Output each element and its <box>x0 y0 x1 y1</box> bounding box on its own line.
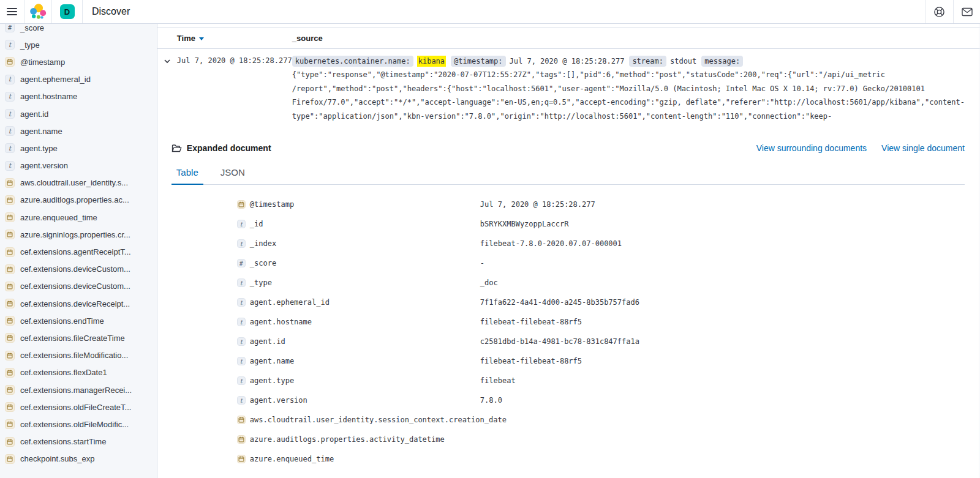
available-fields-list: #_scoret_type@timestamptagent.ephemeral_… <box>0 24 157 468</box>
sidebar-field-azure.signinlogs.properties.cr...[interactable]: azure.signinlogs.properties.cr... <box>0 226 157 243</box>
document-field-value: - <box>480 259 484 267</box>
date-type-icon <box>237 200 246 209</box>
document-field-row: t_type_doc <box>172 273 965 293</box>
document-field-name: agent.name <box>250 357 294 365</box>
help-button[interactable] <box>925 0 953 23</box>
sidebar-field-agent.id[interactable]: tagent.id <box>0 105 157 122</box>
space-avatar[interactable]: D <box>60 4 75 19</box>
document-field: tagent.version <box>237 396 480 405</box>
source-field-pair: stream:stdout <box>629 54 696 68</box>
document-field-name: agent.hostname <box>250 318 312 326</box>
sidebar-field-cef.extensions.flexDate1[interactable]: cef.extensions.flexDate1 <box>0 364 157 381</box>
sidebar-field-label: aws.cloudtrail.user_identity.s... <box>20 178 128 187</box>
sidebar-field-agent.ephemeral_id[interactable]: tagent.ephemeral_id <box>0 71 157 88</box>
sidebar-field-label: azure.signinlogs.properties.cr... <box>20 230 130 239</box>
sidebar-field-agent.type[interactable]: tagent.type <box>0 140 157 157</box>
sidebar-field-label: agent.type <box>20 144 58 153</box>
document-field: tagent.hostname <box>237 318 480 326</box>
document-field-value: bSRYKXMBWyzoppLaccrR <box>480 220 569 228</box>
elastic-logo[interactable] <box>24 0 52 23</box>
sidebar-field-agent.hostname[interactable]: tagent.hostname <box>0 88 157 105</box>
date-type-icon <box>5 351 15 360</box>
space-selector[interactable]: D <box>52 0 83 23</box>
date-type-icon <box>5 368 15 378</box>
sidebar-field-cef.extensions.managerRecei...[interactable]: cef.extensions.managerRecei... <box>0 381 157 398</box>
string-type-icon: t <box>237 376 246 385</box>
date-type-icon <box>5 212 15 222</box>
string-type-icon: t <box>5 92 15 102</box>
sidebar-field-checkpoint.subs_exp[interactable]: checkpoint.subs_exp <box>0 450 157 468</box>
string-type-icon: t <box>237 318 246 326</box>
collapse-row-chevron-icon[interactable] <box>162 56 172 66</box>
sidebar-field-label: cef.extensions.flexDate1 <box>20 368 107 377</box>
sidebar-field-_score[interactable]: #_score <box>0 24 157 36</box>
sidebar-field-cef.extensions.startTime[interactable]: cef.extensions.startTime <box>0 433 157 450</box>
document-actions: View surrounding documents View single d… <box>756 143 965 153</box>
expanded-document-header: Expanded document View surrounding docum… <box>172 143 965 153</box>
highlighted-value: kibana <box>417 56 446 67</box>
sidebar-field-cef.extensions.endTime[interactable]: cef.extensions.endTime <box>0 312 157 329</box>
document-field-row: #_score - <box>172 253 965 273</box>
document-field: tagent.id <box>237 337 480 346</box>
document-source-cell: kubernetes.container.name:kibana@timesta… <box>292 54 980 133</box>
sidebar-field-cef.extensions.fileCreateTime[interactable]: cef.extensions.fileCreateTime <box>0 329 157 346</box>
view-single-document-link[interactable]: View single document <box>881 143 965 153</box>
sidebar-field-cef.extensions.oldFileCreateT...[interactable]: cef.extensions.oldFileCreateT... <box>0 398 157 416</box>
document-field: t_index <box>237 239 480 248</box>
source-highlight-line: kubernetes.container.name:kibana@timesta… <box>292 54 965 68</box>
sidebar-field-label: _type <box>20 40 40 50</box>
source-field-badge: message: <box>701 56 743 67</box>
tab-json[interactable]: JSON <box>216 167 250 184</box>
results-table-header: Time _source <box>157 28 980 49</box>
sidebar-field-label: cef.extensions.fileCreateTime <box>20 334 125 343</box>
sidebar-field-label: cef.extensions.fileModificatio... <box>20 351 128 360</box>
expanded-document-title: Expanded document <box>187 143 271 153</box>
document-field: t_type <box>237 278 480 287</box>
sidebar-field-label: cef.extensions.deviceCustom... <box>20 264 130 274</box>
sidebar-field-cef.extensions.deviceCustom...[interactable]: cef.extensions.deviceCustom... <box>0 278 157 295</box>
date-type-icon <box>5 195 15 205</box>
sidebar-field-cef.extensions.deviceCustom...[interactable]: cef.extensions.deviceCustom... <box>0 261 157 278</box>
sidebar-field-label: agent.ephemeral_id <box>20 75 91 84</box>
sidebar-field-azure.auditlogs.properties.ac...[interactable]: azure.auditlogs.properties.ac... <box>0 192 157 209</box>
view-surrounding-documents-link[interactable]: View surrounding documents <box>756 143 867 153</box>
date-type-icon <box>5 437 15 447</box>
document-field-name: @timestamp <box>250 200 294 209</box>
sidebar-field-cef.extensions.agentReceiptT...[interactable]: cef.extensions.agentReceiptT... <box>0 243 157 260</box>
source-field-badge: stream: <box>629 56 666 67</box>
string-type-icon: t <box>5 143 15 153</box>
time-column-header[interactable]: Time <box>177 34 292 43</box>
source-column-header: _source <box>292 34 980 43</box>
document-field-name: agent.version <box>250 396 307 405</box>
document-field-name: agent.ephemeral_id <box>250 298 330 307</box>
source-field-value: Jul 7, 2020 @ 18:25:28.277 <box>510 54 625 68</box>
number-type-icon: # <box>237 259 246 267</box>
document-field-row: tagent.idc2581dbd-b14a-4981-bc78-831c847… <box>172 332 965 351</box>
sidebar-field-cef.extensions.deviceReceipt...[interactable]: cef.extensions.deviceReceipt... <box>0 295 157 312</box>
sidebar-field-_type[interactable]: t_type <box>0 36 157 53</box>
sidebar-field-label: agent.name <box>20 127 62 136</box>
sidebar-field-label: agent.hostname <box>20 92 77 101</box>
sidebar-field-agent.name[interactable]: tagent.name <box>0 122 157 140</box>
date-type-icon <box>237 455 246 463</box>
newsfeed-button[interactable] <box>953 0 980 23</box>
document-fields-table: @timestampJul 7, 2020 @ 18:25:28.277t_id… <box>172 185 965 469</box>
sidebar-field-agent.version[interactable]: tagent.version <box>0 157 157 174</box>
sidebar-field-cef.extensions.oldFileModific...[interactable]: cef.extensions.oldFileModific... <box>0 416 157 433</box>
sidebar-field-cef.extensions.fileModificatio...[interactable]: cef.extensions.fileModificatio... <box>0 347 157 364</box>
sort-descending-icon <box>199 37 204 40</box>
number-type-icon: # <box>5 24 15 32</box>
source-message-line: Firefox/77.0","accept":"*/*","accept-lan… <box>292 95 965 109</box>
document-field-value: c2581dbd-b14a-4981-bc78-831c847ffa1a <box>480 337 639 346</box>
string-type-icon: t <box>237 220 246 228</box>
sidebar-field-azure.enqueued_time[interactable]: azure.enqueued_time <box>0 209 157 226</box>
panel-right-border <box>979 24 979 478</box>
string-type-icon: t <box>237 239 246 248</box>
document-field: tagent.type <box>237 376 480 385</box>
sidebar-field-aws.cloudtrail.user_identity.s...[interactable]: aws.cloudtrail.user_identity.s... <box>0 174 157 192</box>
tab-table[interactable]: Table <box>172 167 203 185</box>
source-message-line: {"type":"response","@timestamp":"2020-07… <box>292 68 965 81</box>
sidebar-field-@timestamp[interactable]: @timestamp <box>0 53 157 70</box>
string-type-icon: t <box>237 357 246 365</box>
menu-button[interactable] <box>0 0 24 23</box>
